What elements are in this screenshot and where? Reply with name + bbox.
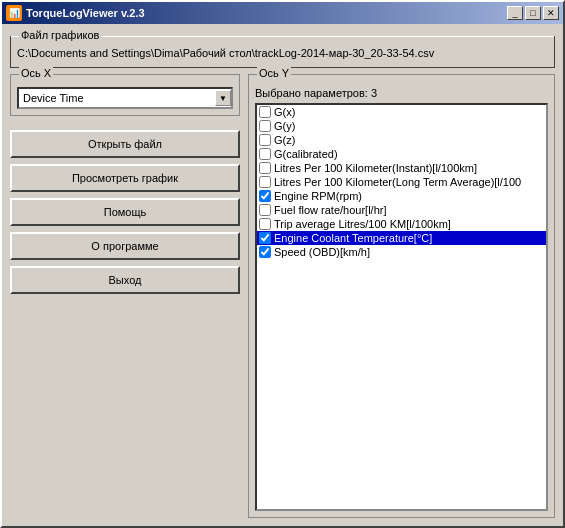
view-chart-button[interactable]: Просмотреть график — [10, 164, 240, 192]
params-list[interactable]: G(x)G(y)G(z)G(calibrated)Litres Per 100 … — [255, 103, 548, 511]
list-item[interactable]: Engine Coolant Temperature[°C] — [257, 231, 546, 245]
param-checkbox[interactable] — [259, 232, 271, 244]
params-count-label: Выбрано параметров: — [255, 87, 371, 99]
param-label: Trip average Litres/100 KM[l/100km] — [274, 218, 451, 230]
list-item[interactable]: Trip average Litres/100 KM[l/100km] — [257, 217, 546, 231]
param-checkbox[interactable] — [259, 246, 271, 258]
param-checkbox[interactable] — [259, 134, 271, 146]
list-item[interactable]: Engine RPM(rpm) — [257, 189, 546, 203]
left-panel: Ось X Device Time GPS Time GPS Speed Eng… — [10, 74, 240, 518]
param-checkbox[interactable] — [259, 148, 271, 160]
buttons-section: Открыть файл Просмотреть график Помощь О… — [10, 130, 240, 518]
list-item[interactable]: Litres Per 100 Kilometer(Instant)[l/100k… — [257, 161, 546, 175]
param-label: Engine RPM(rpm) — [274, 190, 362, 202]
file-group-label: Файл графиков — [19, 29, 101, 41]
main-window: 📊 TorqueLogViewer v.2.3 _ □ ✕ Файл графи… — [0, 0, 565, 528]
param-label: G(y) — [274, 120, 295, 132]
param-label: G(z) — [274, 134, 295, 146]
param-label: Speed (OBD)[km/h] — [274, 246, 370, 258]
main-content: Файл графиков C:\Documents and Settings\… — [2, 24, 563, 526]
title-buttons: _ □ ✕ — [507, 6, 559, 20]
list-item[interactable]: G(x) — [257, 105, 546, 119]
exit-button[interactable]: Выход — [10, 266, 240, 294]
params-count: Выбрано параметров: 3 — [255, 87, 548, 99]
app-icon: 📊 — [6, 5, 22, 21]
params-count-value: 3 — [371, 87, 377, 99]
minimize-button[interactable]: _ — [507, 6, 523, 20]
list-item[interactable]: Litres Per 100 Kilometer(Long Term Avera… — [257, 175, 546, 189]
help-button[interactable]: Помощь — [10, 198, 240, 226]
param-checkbox[interactable] — [259, 204, 271, 216]
list-item[interactable]: Speed (OBD)[km/h] — [257, 245, 546, 259]
close-button[interactable]: ✕ — [543, 6, 559, 20]
param-label: Litres Per 100 Kilometer(Long Term Avera… — [274, 176, 521, 188]
open-file-button[interactable]: Открыть файл — [10, 130, 240, 158]
bottom-row: Ось X Device Time GPS Time GPS Speed Eng… — [10, 74, 555, 518]
list-item[interactable]: G(y) — [257, 119, 546, 133]
param-label: Litres Per 100 Kilometer(Instant)[l/100k… — [274, 162, 477, 174]
param-checkbox[interactable] — [259, 190, 271, 202]
file-path: C:\Documents and Settings\Dima\Рабочий с… — [17, 47, 548, 59]
param-label: Engine Coolant Temperature[°C] — [274, 232, 432, 244]
axis-x-select-wrapper: Device Time GPS Time GPS Speed Engine RP… — [17, 87, 233, 109]
param-checkbox[interactable] — [259, 106, 271, 118]
axis-x-label: Ось X — [19, 67, 53, 79]
param-label: Fuel flow rate/hour[l/hr] — [274, 204, 387, 216]
axis-x-group: Ось X Device Time GPS Time GPS Speed Eng… — [10, 74, 240, 116]
right-panel: Ось Y Выбрано параметров: 3 G(x)G(y)G(z)… — [248, 74, 555, 518]
param-label: G(calibrated) — [274, 148, 338, 160]
title-bar: 📊 TorqueLogViewer v.2.3 _ □ ✕ — [2, 2, 563, 24]
axis-x-select[interactable]: Device Time GPS Time GPS Speed Engine RP… — [17, 87, 233, 109]
param-label: G(x) — [274, 106, 295, 118]
axis-y-group: Ось Y Выбрано параметров: 3 G(x)G(y)G(z)… — [248, 74, 555, 518]
list-item[interactable]: G(z) — [257, 133, 546, 147]
title-bar-left: 📊 TorqueLogViewer v.2.3 — [6, 5, 145, 21]
file-group: Файл графиков C:\Documents and Settings\… — [10, 36, 555, 68]
list-item[interactable]: G(calibrated) — [257, 147, 546, 161]
maximize-button[interactable]: □ — [525, 6, 541, 20]
param-checkbox[interactable] — [259, 176, 271, 188]
param-checkbox[interactable] — [259, 218, 271, 230]
axis-y-label: Ось Y — [257, 67, 291, 79]
param-checkbox[interactable] — [259, 120, 271, 132]
list-item[interactable]: Fuel flow rate/hour[l/hr] — [257, 203, 546, 217]
param-checkbox[interactable] — [259, 162, 271, 174]
about-button[interactable]: О программе — [10, 232, 240, 260]
window-title: TorqueLogViewer v.2.3 — [26, 7, 145, 19]
